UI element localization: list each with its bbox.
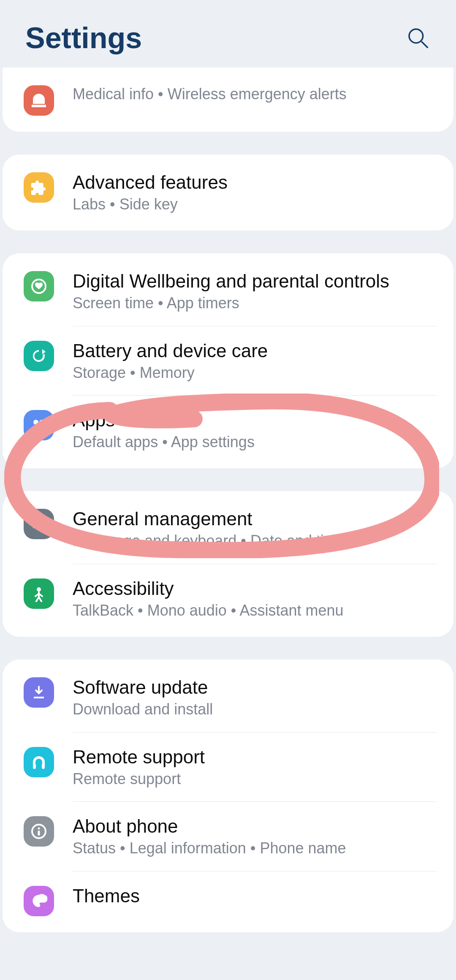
settings-group: Advanced featuresLabs • Side key	[3, 155, 453, 231]
settings-item-subtitle: Storage • Memory	[73, 363, 440, 383]
settings-item-subtitle: Remote support	[73, 769, 440, 789]
settings-item-medical-info-wireless-emergency-alerts[interactable]: Medical info • Wireless emergency alerts	[3, 68, 453, 132]
refresh-icon	[24, 341, 54, 371]
settings-item-title: Themes	[73, 884, 440, 907]
settings-item-title: Remote support	[73, 745, 440, 768]
settings-item-subtitle: Download and install	[73, 700, 440, 719]
download-icon	[24, 677, 54, 708]
settings-item-text: Digital Wellbeing and parental controlsS…	[73, 269, 440, 313]
grid4-icon	[24, 410, 54, 440]
sliders-icon	[24, 509, 54, 539]
settings-item-digital-wellbeing-and-parental-controls[interactable]: Digital Wellbeing and parental controlsS…	[3, 253, 453, 326]
headset-icon	[24, 747, 54, 777]
settings-item-text: Advanced featuresLabs • Side key	[73, 171, 440, 214]
settings-item-about-phone[interactable]: About phoneStatus • Legal information • …	[3, 802, 453, 871]
settings-item-text: About phoneStatus • Legal information • …	[73, 814, 440, 858]
settings-item-text: AppsDefault apps • App settings	[73, 408, 440, 452]
settings-group: Digital Wellbeing and parental controlsS…	[3, 253, 453, 468]
settings-item-text: Themes	[73, 884, 440, 907]
svg-line-1	[421, 41, 428, 48]
settings-item-subtitle: Labs • Side key	[73, 195, 440, 214]
settings-item-text: Software updateDownload and install	[73, 676, 440, 719]
settings-item-general-management[interactable]: General managementLanguage and keyboard …	[3, 491, 453, 564]
settings-item-title: Software update	[73, 676, 440, 699]
settings-item-software-update[interactable]: Software updateDownload and install	[3, 660, 453, 732]
settings-group: General managementLanguage and keyboard …	[3, 491, 453, 637]
person-icon	[24, 578, 54, 609]
svg-point-0	[409, 29, 423, 43]
settings-item-title: Apps	[73, 408, 440, 432]
settings-item-text: Battery and device careStorage • Memory	[73, 339, 440, 383]
settings-item-remote-support[interactable]: Remote supportRemote support	[3, 733, 453, 802]
heart-ring-icon	[24, 271, 54, 301]
settings-item-title: Advanced features	[73, 171, 440, 194]
settings-item-subtitle: Screen time • App timers	[73, 293, 440, 313]
settings-item-text: Remote supportRemote support	[73, 745, 440, 789]
settings-item-subtitle: Status • Legal information • Phone name	[73, 839, 440, 858]
settings-item-title: Digital Wellbeing and parental controls	[73, 269, 440, 293]
siren-icon	[24, 85, 54, 116]
settings-item-text: Medical info • Wireless emergency alerts	[73, 84, 440, 104]
search-button[interactable]	[405, 25, 431, 51]
header: Settings	[0, 0, 456, 68]
puzzle-icon	[24, 172, 54, 203]
settings-item-apps[interactable]: AppsDefault apps • App settings	[3, 396, 453, 468]
page-title: Settings	[25, 21, 142, 55]
settings-item-title: Battery and device care	[73, 339, 440, 362]
settings-list: Medical info • Wireless emergency alerts…	[0, 68, 456, 932]
settings-item-themes[interactable]: Themes	[3, 871, 453, 932]
settings-item-advanced-features[interactable]: Advanced featuresLabs • Side key	[3, 155, 453, 231]
settings-group: Medical info • Wireless emergency alerts	[3, 68, 453, 132]
settings-item-subtitle: Medical info • Wireless emergency alerts	[73, 84, 440, 104]
settings-item-accessibility[interactable]: AccessibilityTalkBack • Mono audio • Ass…	[3, 564, 453, 637]
settings-item-title: General management	[73, 507, 440, 530]
info-icon	[24, 816, 54, 847]
settings-item-text: AccessibilityTalkBack • Mono audio • Ass…	[73, 577, 440, 621]
search-icon	[406, 26, 430, 50]
settings-item-subtitle: Default apps • App settings	[73, 432, 440, 452]
settings-group: Software updateDownload and installRemot…	[3, 660, 453, 932]
settings-item-battery-and-device-care[interactable]: Battery and device careStorage • Memory	[3, 326, 453, 396]
theme-icon	[24, 886, 54, 916]
settings-item-title: Accessibility	[73, 577, 440, 600]
settings-item-subtitle: TalkBack • Mono audio • Assistant menu	[73, 601, 440, 621]
settings-item-subtitle: Language and keyboard • Date and time	[73, 531, 440, 551]
settings-item-title: About phone	[73, 814, 440, 838]
settings-item-text: General managementLanguage and keyboard …	[73, 507, 440, 551]
